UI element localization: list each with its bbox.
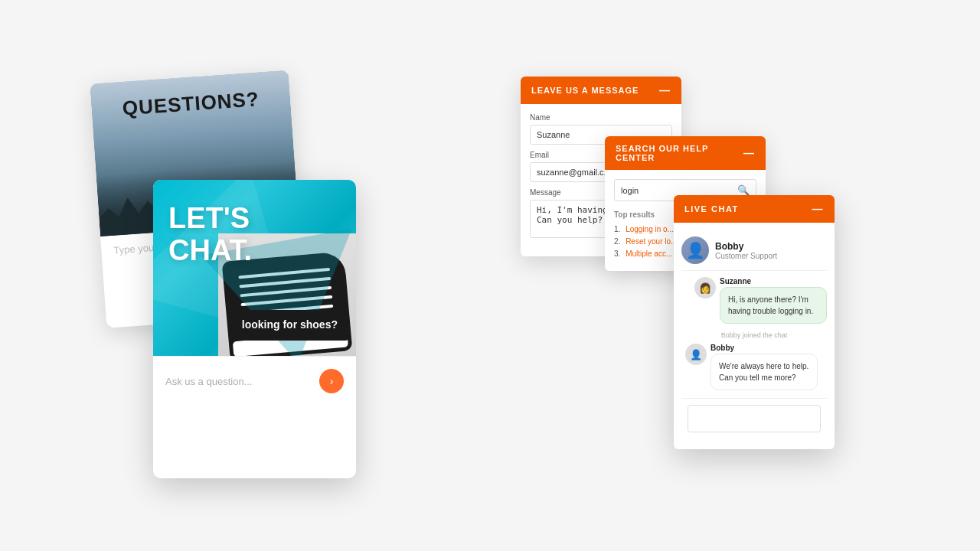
suzanne-avatar: 👩 xyxy=(694,277,716,298)
leave-message-header: LEAVE US A MESSAGE — xyxy=(521,77,681,104)
result-text-2: Reset your lo... xyxy=(626,237,677,246)
search-help-title: SEARCH OUR HELP CENTER xyxy=(616,144,743,162)
bobby-chat-avatar-icon: 👤 xyxy=(690,349,702,360)
user-message-bubble: Hi, is anyone there? I'm having trouble … xyxy=(720,287,827,324)
chat-input-area xyxy=(681,398,827,442)
bobby-chat-avatar: 👤 xyxy=(685,344,707,365)
result-text-3: Multiple acc... xyxy=(626,249,672,258)
bobby-avatar: 👤 xyxy=(681,236,709,264)
live-chat-panel: LIVE CHAT — 👤 Bobby Customer Support Suz… xyxy=(674,195,835,449)
bobby-avatar-icon: 👤 xyxy=(686,241,705,259)
search-help-minimize[interactable]: — xyxy=(743,147,755,159)
result-num-1: 1. xyxy=(614,225,620,233)
bobby-sender-name: Bobby xyxy=(710,344,818,352)
shoes-banner: looking for shoes? xyxy=(231,310,348,341)
result-num-2: 2. xyxy=(614,237,620,246)
agent-role: Customer Support xyxy=(715,252,777,260)
agent-message-content: Bobby We're always here to help. Can you… xyxy=(710,344,818,390)
result-text-1: Logging in o... xyxy=(626,225,674,233)
chat-card-input-row[interactable]: Ask us a question... › xyxy=(153,356,356,406)
leave-message-minimize[interactable]: — xyxy=(659,84,671,96)
chat-card-header: LET'S CHAT. looking for shoes? xyxy=(153,180,356,356)
name-label: Name xyxy=(530,113,672,122)
live-chat-minimize[interactable]: — xyxy=(812,203,825,215)
live-chat-body: 👤 Bobby Customer Support Suzanne Hi, is … xyxy=(674,223,835,449)
lets-chat-card: LET'S CHAT. looking for shoes? Ask us a … xyxy=(153,180,356,478)
system-message: Bobby joined the chat xyxy=(681,331,827,339)
suzanne-avatar-icon: 👩 xyxy=(699,282,711,294)
search-icon[interactable]: 🔍 xyxy=(737,184,750,196)
agent-message-row: 👤 Bobby We're always here to help. Can y… xyxy=(681,344,827,390)
search-input[interactable] xyxy=(621,186,737,195)
user-message-row: Suzanne Hi, is anyone there? I'm having … xyxy=(681,277,827,324)
chat-card-title: LET'S CHAT. xyxy=(168,203,252,267)
agent-info: Bobby Customer Support xyxy=(715,241,777,260)
search-help-header: SEARCH OUR HELP CENTER — xyxy=(605,136,766,170)
agent-message-bubble: We're always here to help. Can you tell … xyxy=(710,354,818,390)
live-chat-title: LIVE CHAT xyxy=(684,204,739,214)
result-num-3: 3. xyxy=(614,249,620,258)
user-sender-name: Suzanne xyxy=(720,277,827,285)
agent-header: 👤 Bobby Customer Support xyxy=(681,230,827,271)
chat-send-button[interactable]: › xyxy=(319,369,344,393)
chat-input-placeholder: Ask us a question... xyxy=(165,376,319,387)
leave-message-title: LEAVE US A MESSAGE xyxy=(531,86,639,95)
chat-input-box[interactable] xyxy=(688,405,821,432)
live-chat-header: LIVE CHAT — xyxy=(674,195,835,223)
send-arrow-icon: › xyxy=(330,375,334,387)
agent-name: Bobby xyxy=(715,241,777,252)
questions-title: QUESTIONS? xyxy=(91,85,292,122)
user-message-content: Suzanne Hi, is anyone there? I'm having … xyxy=(720,277,827,324)
